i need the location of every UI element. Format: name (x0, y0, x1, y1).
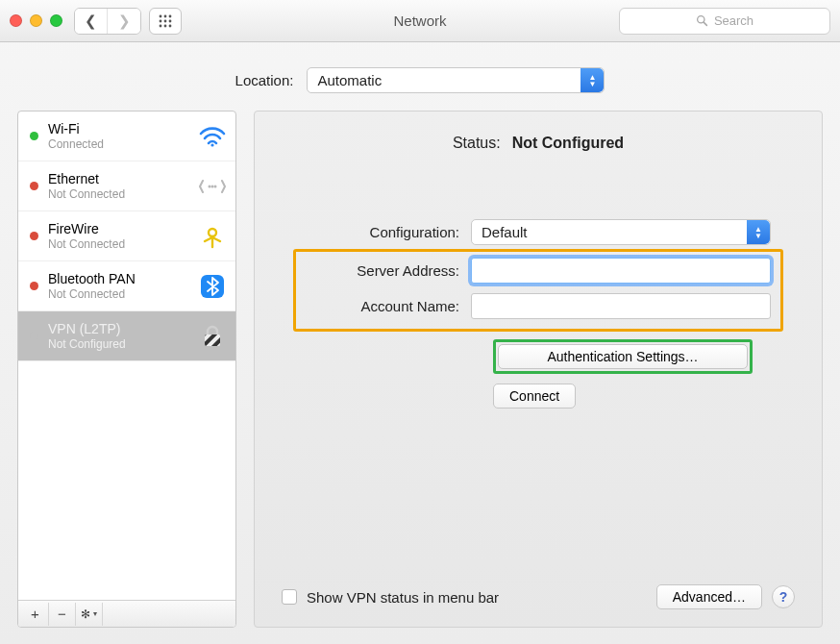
svg-point-3 (160, 19, 162, 22)
service-item-firewire[interactable]: FireWire Not Connected (18, 211, 235, 261)
connect-button[interactable]: Connect (493, 384, 576, 409)
server-address-field[interactable] (471, 258, 771, 284)
bluetooth-icon (199, 273, 226, 300)
grid-icon (159, 14, 172, 28)
service-item-wifi[interactable]: Wi-Fi Connected (18, 111, 235, 161)
svg-point-1 (164, 14, 167, 17)
svg-point-6 (160, 24, 162, 27)
highlight-orange: Server Address: Account Name: (293, 249, 783, 332)
ethernet-icon (199, 173, 226, 200)
svg-point-8 (169, 24, 172, 27)
svg-point-5 (169, 19, 172, 22)
show-vpn-status-label: Show VPN status in menu bar (307, 589, 499, 606)
remove-service-button[interactable]: − (49, 603, 76, 626)
status-label: Status: (453, 135, 501, 152)
service-name: Ethernet (48, 171, 189, 186)
account-name-label: Account Name: (306, 298, 459, 314)
configuration-select[interactable]: Default ▲▼ (471, 219, 771, 245)
close-window-button[interactable] (10, 14, 22, 27)
svg-rect-21 (205, 334, 220, 346)
service-sub: Not Connected (48, 237, 189, 251)
service-item-ethernet[interactable]: Ethernet Not Connected (18, 161, 235, 211)
search-icon (696, 14, 708, 27)
service-sidebar: Wi-Fi Connected Ethernet Not Connected (17, 111, 236, 628)
add-service-button[interactable]: + (22, 603, 49, 626)
help-button[interactable]: ? (772, 585, 795, 608)
service-item-bluetooth[interactable]: Bluetooth PAN Not Connected (18, 261, 235, 311)
server-address-label: Server Address: (306, 262, 459, 279)
service-name: Wi-Fi (48, 121, 189, 136)
configuration-value: Default (482, 224, 528, 240)
show-all-button[interactable] (149, 8, 182, 35)
status-dot (30, 132, 38, 140)
location-select[interactable]: Automatic ▲▼ (307, 67, 605, 93)
titlebar: ❮ ❯ Network Search (0, 0, 840, 42)
service-sub: Connected (48, 137, 189, 151)
svg-point-4 (164, 19, 167, 22)
configuration-label: Configuration: (306, 224, 459, 240)
status-dot (30, 232, 38, 240)
svg-point-7 (164, 24, 167, 27)
service-list: Wi-Fi Connected Ethernet Not Connected (18, 111, 235, 600)
service-item-vpn[interactable]: VPN (L2TP) Not Configured (18, 311, 235, 361)
status-line: Status: Not Configured (282, 135, 795, 152)
location-row: Location: Automatic ▲▼ (0, 67, 840, 93)
svg-point-14 (214, 185, 217, 187)
traffic-lights (10, 14, 62, 27)
show-vpn-status-checkbox[interactable] (282, 589, 297, 605)
svg-point-11 (210, 143, 213, 146)
lock-icon (199, 323, 226, 350)
svg-point-12 (209, 185, 211, 187)
gear-icon: ✻ (81, 607, 90, 621)
status-dot (30, 282, 38, 290)
service-name: VPN (L2TP) (48, 321, 189, 336)
service-sub: Not Configured (48, 337, 189, 351)
search-placeholder: Search (714, 13, 754, 28)
server-address-row: Server Address: (306, 258, 771, 284)
minimize-window-button[interactable] (30, 14, 42, 27)
service-sub: Not Connected (48, 187, 189, 201)
detail-panel: Status: Not Configured Configuration: De… (254, 111, 823, 628)
sidebar-footer: + − ✻ (18, 600, 235, 627)
wifi-icon (199, 123, 226, 150)
svg-point-0 (160, 14, 162, 17)
detail-footer: Show VPN status in menu bar Advanced… ? (282, 575, 795, 609)
select-arrows-icon: ▲▼ (747, 220, 770, 244)
highlight-green: Authentication Settings… (493, 339, 753, 374)
service-name: FireWire (48, 221, 189, 236)
account-name-field[interactable] (471, 293, 771, 319)
authentication-settings-button[interactable]: Authentication Settings… (498, 344, 748, 369)
location-value: Automatic (317, 72, 382, 88)
account-name-row: Account Name: (306, 293, 771, 319)
svg-line-10 (704, 22, 706, 25)
status-dot (30, 182, 38, 190)
svg-point-2 (169, 14, 172, 17)
status-dot (30, 332, 38, 340)
advanced-button[interactable]: Advanced… (656, 584, 762, 609)
location-label: Location: (235, 72, 294, 88)
forward-button[interactable]: ❯ (108, 9, 140, 34)
search-field[interactable]: Search (619, 8, 830, 35)
zoom-window-button[interactable] (50, 14, 62, 27)
service-name: Bluetooth PAN (48, 271, 189, 286)
svg-point-13 (211, 185, 214, 187)
nav-back-forward: ❮ ❯ (74, 8, 141, 35)
sidebar-actions-menu[interactable]: ✻ (76, 603, 103, 626)
back-button[interactable]: ❮ (75, 9, 108, 34)
status-value: Not Configured (512, 135, 624, 152)
select-arrows-icon: ▲▼ (581, 68, 604, 92)
firewire-icon (199, 223, 226, 250)
service-sub: Not Connected (48, 287, 189, 301)
configuration-row: Configuration: Default ▲▼ (306, 219, 771, 245)
